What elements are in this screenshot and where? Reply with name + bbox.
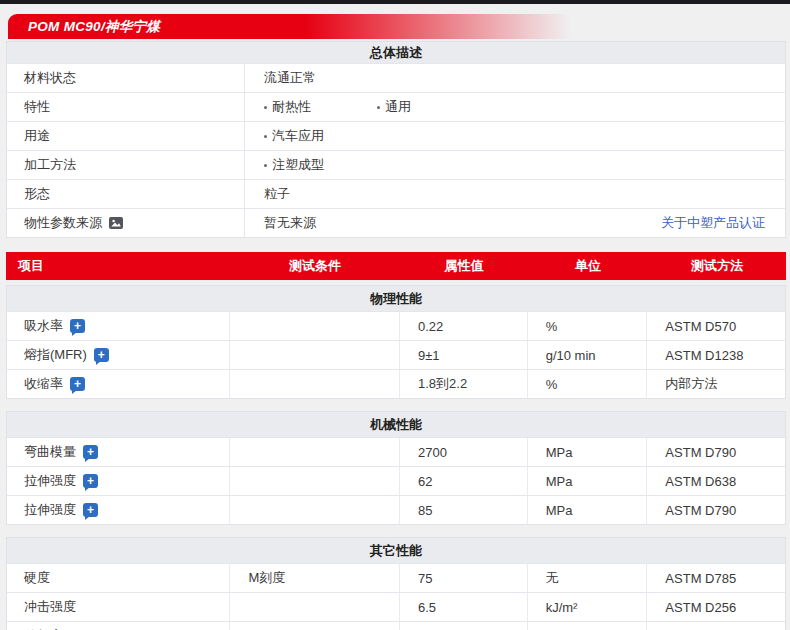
property-item-cell: 弯曲模量+ [7, 438, 230, 466]
property-value-cell: 45 [400, 622, 528, 630]
unit-cell-text: MPa [546, 503, 573, 518]
overview-value-item: 流通正常 [264, 69, 316, 87]
property-item-cell: 冲击强度 [7, 593, 230, 621]
bullet-dot [264, 164, 267, 167]
overview-label-text: 特性 [24, 98, 50, 116]
add-data-icon[interactable]: + [70, 319, 85, 333]
overview-value-text: 流通正常 [264, 70, 316, 85]
overview-row-value: 流通正常 [245, 64, 785, 92]
test-condition-cell [230, 496, 400, 524]
overview-row-label: 材料状态 [7, 64, 245, 92]
unit-cell: g/10 min [528, 341, 648, 369]
overview-value-text: 耐热性 [272, 98, 311, 116]
overview-row: 形态粒子 [7, 179, 785, 208]
overview-value-item: 暂无来源 [264, 214, 316, 232]
property-item-cell-text: 弯曲模量 [24, 443, 76, 461]
column-header-2: 测试条件 [230, 252, 400, 280]
test-method-cell-text: ASTM D638 [665, 474, 736, 489]
overview-label-text: 物性参数来源 [24, 214, 102, 232]
section-card: 其它性能硬度M刻度75无ASTM D785冲击强度6.5kJ/m²ASTM D2… [6, 537, 786, 630]
test-condition-cell [230, 312, 400, 340]
property-row: 熔指(MFR)+9±1g/10 minASTM D1238 [7, 340, 785, 369]
property-value-cell: 75 [400, 564, 528, 592]
test-method-cell-text: ASTM D790 [665, 503, 736, 518]
test-condition-cell [230, 438, 400, 466]
property-row: 收缩率+1.8到2.2%内部方法 [7, 369, 785, 398]
overview-row: 物性参数来源暂无来源关于中塑产品认证 [7, 208, 785, 237]
unit-cell: % [528, 622, 648, 630]
property-item-cell-text: 硬度 [24, 569, 50, 587]
test-method-cell-text: 内部方法 [665, 375, 717, 393]
unit-cell: MPa [528, 438, 648, 466]
test-condition-cell-text: M刻度 [248, 569, 285, 587]
test-condition-cell: M刻度 [230, 564, 400, 592]
unit-cell: kJ/m² [528, 593, 648, 621]
overview-row-value: 暂无来源关于中塑产品认证 [245, 209, 785, 237]
property-value-cell-text: 1.8到2.2 [418, 375, 467, 393]
bullet-dot [264, 106, 267, 109]
unit-cell-text: % [546, 377, 558, 392]
property-item-cell: 伸长率 [7, 622, 230, 630]
section-title: 物理性能 [7, 286, 785, 311]
property-row: 吸水率+0.22%ASTM D570 [7, 311, 785, 340]
overview-value-text: 注塑成型 [272, 156, 324, 174]
column-header-3: 属性值 [400, 252, 528, 280]
test-condition-cell [230, 593, 400, 621]
unit-cell: MPa [528, 467, 648, 495]
test-method-cell: 内部方法 [647, 370, 785, 398]
property-value-cell-text: 62 [418, 474, 432, 489]
overview-value-text: 暂无来源 [264, 215, 316, 230]
test-method-cell: ASTM D256 [647, 593, 785, 621]
property-row: 弯曲模量+2700MPaASTM D790 [7, 437, 785, 466]
test-method-cell-text: ASTM D570 [665, 319, 736, 334]
column-header-4: 单位 [528, 252, 648, 280]
section-card: 物理性能吸水率+0.22%ASTM D570熔指(MFR)+9±1g/10 mi… [6, 285, 786, 399]
add-data-icon[interactable]: + [83, 503, 98, 517]
add-data-icon[interactable]: + [94, 348, 109, 362]
unit-cell: % [528, 312, 648, 340]
overview-row-label: 特性 [7, 93, 245, 121]
certification-link[interactable]: 关于中塑产品认证 [661, 214, 785, 232]
overview-value-item: 汽车应用 [264, 127, 377, 145]
property-value-cell: 1.8到2.2 [400, 370, 528, 398]
overview-card: 总体描述 材料状态流通正常特性耐热性通用用途汽车应用加工方法注塑成型形态粒子物性… [6, 41, 786, 238]
unit-cell-text: g/10 min [546, 348, 596, 363]
overview-value-item: 耐热性 [264, 98, 377, 116]
unit-cell: % [528, 370, 648, 398]
add-data-icon[interactable]: + [83, 445, 98, 459]
unit-cell-text: MPa [546, 474, 573, 489]
property-item-cell-text: 冲击强度 [24, 598, 76, 616]
overview-header: 总体描述 [7, 42, 785, 63]
overview-row-value: 汽车应用 [245, 122, 785, 150]
section-title: 其它性能 [7, 538, 785, 563]
property-item-cell-text: 熔指(MFR) [24, 346, 87, 364]
image-icon [109, 217, 123, 229]
test-condition-cell [230, 622, 400, 630]
properties-table-header: 项目测试条件属性值单位测试方法 [6, 252, 786, 280]
unit-cell-text: kJ/m² [546, 600, 578, 615]
test-method-cell: ASTM D1238 [647, 341, 785, 369]
test-condition-cell [230, 370, 400, 398]
property-value-cell: 62 [400, 467, 528, 495]
overview-label-text: 材料状态 [24, 69, 76, 87]
property-item-cell-text: 收缩率 [24, 375, 63, 393]
add-data-icon[interactable]: + [83, 474, 98, 488]
overview-label-text: 形态 [24, 185, 50, 203]
overview-value-item: 注塑成型 [264, 156, 377, 174]
unit-cell: 无 [528, 564, 648, 592]
property-value-cell: 2700 [400, 438, 528, 466]
unit-cell-text: % [546, 319, 558, 334]
overview-label-text: 加工方法 [24, 156, 76, 174]
property-item-cell-text: 拉伸强度 [24, 501, 76, 519]
column-header-1: 项目 [6, 252, 230, 280]
test-method-cell: ASTM D638 [647, 467, 785, 495]
add-data-icon[interactable]: + [70, 377, 85, 391]
property-item-cell-text: 拉伸强度 [24, 472, 76, 490]
property-item-cell: 硬度 [7, 564, 230, 592]
unit-cell-text: 无 [546, 569, 559, 587]
property-row: 硬度M刻度75无ASTM D785 [7, 563, 785, 592]
property-item-cell: 熔指(MFR)+ [7, 341, 230, 369]
property-value-cell-text: 6.5 [418, 600, 436, 615]
test-method-cell: ASTM D638 [647, 622, 785, 630]
test-method-cell-text: ASTM D256 [665, 600, 736, 615]
